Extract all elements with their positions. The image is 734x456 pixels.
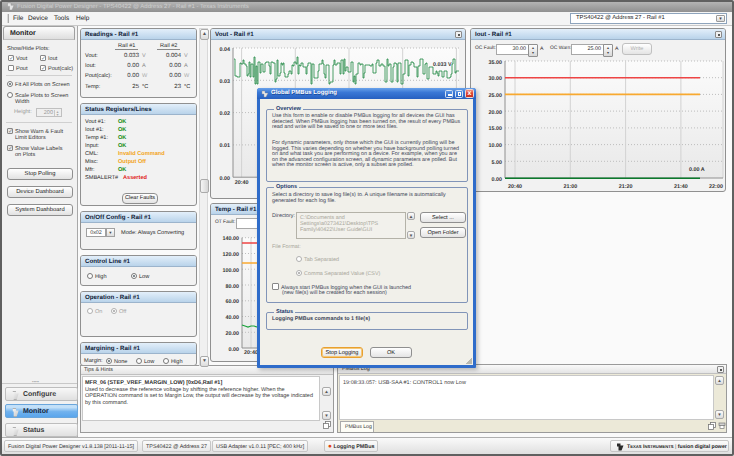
svg-text:20:40: 20:40: [244, 350, 258, 356]
svg-text:0.01: 0.01: [220, 143, 231, 149]
svg-text:0.02: 0.02: [220, 111, 231, 117]
svg-text:20.00: 20.00: [226, 331, 240, 337]
svg-text:0.033 V: 0.033 V: [433, 62, 452, 68]
svg-text:10.00: 10.00: [489, 143, 503, 149]
svg-text:20:40: 20:40: [508, 184, 522, 190]
svg-text:0.03: 0.03: [220, 79, 231, 85]
svg-text:25.00: 25.00: [489, 93, 503, 99]
svg-text:35.00: 35.00: [489, 60, 503, 66]
svg-text:80.00: 80.00: [226, 284, 240, 290]
svg-text:120.00: 120.00: [223, 252, 240, 258]
svg-text:140.00: 140.00: [223, 236, 240, 242]
svg-text:15.00: 15.00: [489, 126, 503, 132]
svg-text:0.00: 0.00: [229, 347, 240, 353]
svg-text:5.00: 5.00: [492, 160, 503, 166]
svg-text:22:00: 22:00: [709, 184, 723, 190]
svg-text:100.00: 100.00: [223, 268, 240, 274]
svg-text:21:40: 21:40: [674, 184, 688, 190]
svg-text:0.00: 0.00: [492, 177, 503, 183]
svg-text:40.00: 40.00: [226, 315, 240, 321]
svg-text:0.04: 0.04: [220, 47, 231, 53]
svg-text:60.00: 60.00: [226, 299, 240, 305]
svg-text:20.00: 20.00: [489, 110, 503, 116]
svg-text:30.00: 30.00: [489, 76, 503, 82]
svg-text:0.00 A: 0.00 A: [689, 167, 705, 173]
svg-text:21:00: 21:00: [563, 184, 577, 190]
svg-text:20:40: 20:40: [235, 180, 249, 186]
svg-text:0.00: 0.00: [220, 176, 231, 182]
svg-text:21:20: 21:20: [619, 184, 633, 190]
